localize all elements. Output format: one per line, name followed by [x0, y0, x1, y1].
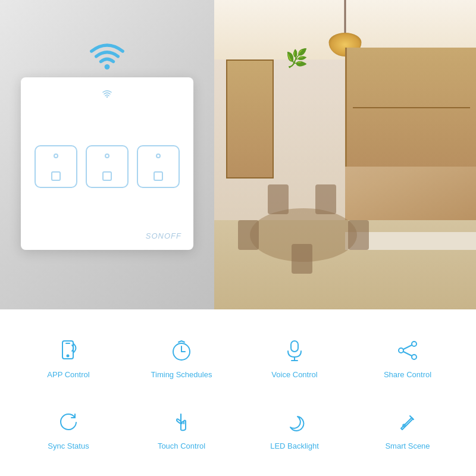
sync-status-label: Sync Status: [48, 441, 89, 450]
kitchen-door: [226, 60, 274, 178]
app-control-label: APP Control: [47, 370, 89, 379]
panel-wifi-icon: [102, 89, 112, 99]
feature-voice-control: Voice Control: [238, 321, 351, 393]
switch-panel: SONOFF: [21, 77, 193, 250]
wifi-hero-icon: [86, 36, 128, 78]
feature-sync-status: Sync Status: [12, 393, 125, 464]
share-control-label: Share Control: [384, 370, 431, 379]
svg-point-12: [399, 348, 403, 353]
timing-icon: [167, 336, 196, 365]
switch-btn-1[interactable]: [35, 145, 77, 188]
svg-point-0: [105, 64, 110, 70]
timing-schedules-label: Timing Schedules: [151, 370, 212, 379]
switch-btn-3[interactable]: [137, 145, 180, 188]
feature-app-control: APP Control: [12, 321, 125, 393]
hero-right-panel: 🌿: [214, 0, 476, 309]
feature-share-control: Share Control: [351, 321, 464, 393]
kitchen-pendant-cord: [345, 0, 346, 36]
svg-rect-8: [291, 341, 298, 352]
sync-icon: [54, 407, 83, 437]
smart-scene-label: Smart Scene: [385, 441, 430, 450]
app-control-icon: [54, 336, 83, 365]
chair-1: [238, 220, 259, 250]
svg-point-1: [107, 96, 108, 98]
voice-icon: [280, 336, 309, 365]
chair-2: [348, 220, 369, 250]
led-backlight-label: LED Backlight: [270, 441, 319, 450]
sonoff-brand-label: SONOFF: [146, 231, 181, 240]
feature-touch-control: Touch Control: [125, 393, 238, 464]
feature-timing-schedules: Timing Schedules: [125, 321, 238, 393]
svg-point-4: [67, 355, 69, 356]
chair-3: [268, 184, 289, 214]
svg-line-14: [403, 345, 412, 349]
feature-smart-scene: Smart Scene: [351, 393, 464, 464]
hero-left-panel: SONOFF: [0, 0, 214, 309]
kitchen-cabinets: [345, 48, 476, 167]
cabinet-divider: [353, 107, 470, 108]
voice-control-label: Voice Control: [271, 370, 317, 379]
svg-line-15: [403, 352, 412, 356]
svg-point-13: [412, 355, 416, 359]
hero-section: SONOFF 🌿: [0, 0, 476, 309]
smart-scene-icon: [393, 407, 422, 437]
svg-point-11: [412, 342, 416, 346]
led-icon: [280, 407, 309, 437]
switch-buttons: [35, 145, 180, 188]
chair-4: [315, 184, 336, 214]
features-section: APP Control Timing Schedules: [0, 309, 476, 476]
touch-control-label: Touch Control: [158, 441, 205, 450]
page-container: SONOFF 🌿: [0, 0, 476, 476]
features-grid: APP Control Timing Schedules: [12, 321, 464, 464]
feature-led-backlight: LED Backlight: [238, 393, 351, 464]
chair-5: [292, 244, 312, 274]
share-icon: [393, 336, 422, 365]
kitchen-table: [250, 208, 357, 262]
switch-btn-2[interactable]: [86, 145, 129, 188]
touch-icon: [167, 407, 196, 437]
kitchen-plant-icon: 🌿: [286, 48, 308, 68]
